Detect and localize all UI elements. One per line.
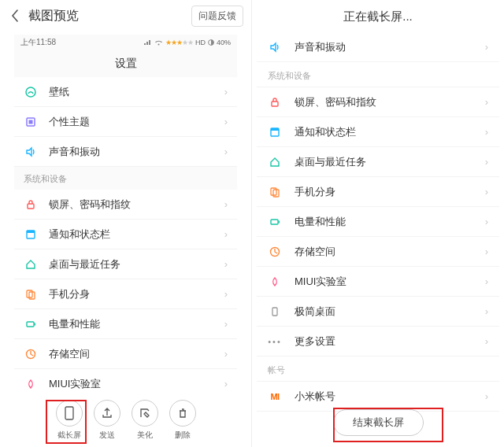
settings-row-sound[interactable]: 声音和振动› [14, 137, 237, 167]
settings-row-theme[interactable]: 个性主题› [14, 107, 237, 137]
notif-icon [24, 227, 38, 242]
settings-row-clone[interactable]: 手机分身› [14, 279, 237, 309]
settings-row-storage[interactable]: 存储空间› [14, 339, 237, 369]
row-label: MIUI实验室 [295, 275, 485, 289]
status-battery: 40% [217, 39, 231, 46]
toolbar-share-button[interactable]: 发送 [94, 400, 120, 441]
row-label: 通知和状态栏 [295, 125, 485, 139]
left-header: 截图预览 问题反馈 [0, 0, 251, 31]
wifi-icon [154, 39, 163, 46]
row-label: 声音和振动 [295, 40, 485, 54]
back-icon[interactable] [8, 9, 22, 23]
storage-icon [268, 245, 282, 259]
row-label: 存储空间 [49, 347, 224, 361]
page-title: 截图预览 [28, 8, 79, 24]
chevron-right-icon: › [485, 246, 488, 257]
settings-row-battery[interactable]: 电量和性能› [14, 309, 237, 339]
toolbar-label: 发送 [99, 430, 115, 441]
chevron-right-icon: › [224, 198, 228, 210]
lock-icon [268, 95, 282, 109]
settings-row-more[interactable]: •••更多设置› [257, 327, 499, 356]
lab-icon [24, 377, 38, 391]
settings-row-notif[interactable]: 通知和状态栏› [257, 117, 499, 147]
chevron-right-icon: › [485, 186, 488, 198]
storage-icon [24, 347, 38, 361]
chevron-right-icon: › [224, 86, 228, 98]
toolbar-delete-button[interactable]: 删除 [169, 400, 196, 441]
chevron-right-icon: › [485, 216, 488, 227]
settings-row-home[interactable]: 桌面与最近任务› [14, 249, 237, 279]
row-label: 手机分身 [49, 287, 224, 301]
long-icon [56, 400, 83, 427]
settings-row-sound[interactable]: 声音和振动› [257, 32, 499, 62]
left-settings-list: 壁纸›个性主题›声音和振动›系统和设备锁屏、密码和指纹›通知和状态栏›桌面与最近… [14, 77, 237, 390]
svg-rect-4 [28, 204, 34, 209]
lab-icon [268, 275, 282, 289]
svg-rect-10 [35, 323, 36, 325]
row-label: 锁屏、密码和指纹 [49, 198, 224, 212]
settings-row-mi[interactable]: MI小米帐号› [257, 382, 499, 412]
svg-rect-9 [27, 322, 34, 327]
row-label: 锁屏、密码和指纹 [295, 95, 485, 109]
settings-row-storage[interactable]: 存储空间› [257, 237, 499, 267]
row-label: 更多设置 [295, 334, 485, 349]
row-label: 极简桌面 [295, 305, 485, 319]
settings-row-wallpaper[interactable]: 壁纸› [14, 77, 237, 107]
row-label: 声音和振动 [49, 145, 224, 159]
toolbar-label: 美化 [137, 430, 153, 441]
notif-icon [268, 125, 282, 139]
share-icon [94, 400, 120, 427]
svg-rect-21 [272, 308, 277, 316]
screen-title: 设置 [14, 50, 237, 77]
chevron-right-icon: › [224, 258, 228, 270]
row-label: 手机分身 [295, 185, 485, 199]
svg-rect-13 [272, 102, 278, 106]
chevron-right-icon: › [224, 116, 228, 127]
settings-row-lock[interactable]: 锁屏、密码和指纹› [257, 87, 499, 117]
sound-icon [268, 40, 282, 54]
row-label: 电量和性能 [49, 317, 224, 331]
screenshot-frame: 上午11:58 ★★★★★ HD 40% 设置 壁纸›个性主题›声音和振动›系统… [14, 35, 237, 390]
settings-row-home[interactable]: 桌面与最近任务› [257, 147, 499, 177]
svg-rect-19 [279, 220, 280, 223]
battery-icon [24, 317, 38, 331]
chevron-right-icon: › [224, 348, 228, 360]
status-hd: HD [195, 39, 206, 46]
section-header: 系统和设备 [14, 167, 237, 190]
feedback-button[interactable]: 问题反馈 [191, 6, 243, 27]
chevron-right-icon: › [485, 41, 488, 53]
chevron-right-icon: › [485, 335, 488, 347]
toolbar-long-button[interactable]: 截长屏 [56, 400, 83, 441]
chevron-right-icon: › [224, 146, 228, 157]
chevron-right-icon: › [485, 96, 488, 108]
row-label: 壁纸 [49, 85, 224, 99]
toolbar-edit-button[interactable]: 美化 [132, 400, 158, 441]
svg-rect-6 [27, 231, 35, 233]
mini-icon [268, 305, 282, 319]
chevron-right-icon: › [224, 378, 228, 390]
svg-rect-3 [29, 120, 33, 124]
settings-row-mini[interactable]: 极简桌面› [257, 297, 499, 327]
row-label: 小米帐号 [295, 390, 485, 404]
chevron-right-icon: › [485, 126, 488, 138]
settings-row-lab[interactable]: MIUI实验室› [14, 369, 237, 390]
long-screenshot-pane: 正在截长屏... 声音和振动›系统和设备锁屏、密码和指纹›通知和状态栏›桌面与最… [252, 0, 504, 447]
chevron-right-icon: › [485, 390, 488, 402]
end-long-screenshot-button[interactable]: 结束截长屏 [333, 409, 424, 436]
settings-row-clone[interactable]: 手机分身› [257, 177, 499, 207]
status-bar: 上午11:58 ★★★★★ HD 40% [14, 35, 237, 50]
settings-row-lab[interactable]: MIUI实验室› [257, 267, 499, 297]
settings-row-battery[interactable]: 电量和性能› [257, 207, 499, 237]
row-label: 个性主题 [49, 115, 224, 129]
row-label: 通知和状态栏 [49, 227, 224, 242]
right-settings-list: 声音和振动›系统和设备锁屏、密码和指纹›通知和状态栏›桌面与最近任务›手机分身›… [252, 32, 504, 412]
mi-icon: MI [268, 390, 282, 404]
svg-rect-12 [65, 407, 73, 419]
chevron-right-icon: › [485, 275, 488, 287]
wallpaper-icon [24, 85, 38, 99]
settings-row-notif[interactable]: 通知和状态栏› [14, 220, 237, 249]
more-icon: ••• [268, 334, 282, 349]
chevron-right-icon: › [224, 318, 228, 330]
signal-icon [144, 39, 152, 46]
settings-row-lock[interactable]: 锁屏、密码和指纹› [14, 190, 237, 220]
